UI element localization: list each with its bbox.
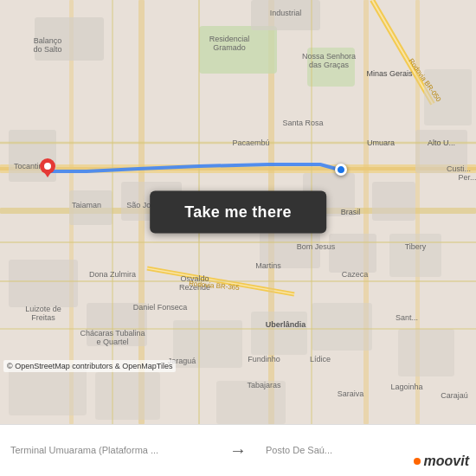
- svg-text:Brasil: Brasil: [341, 208, 361, 216]
- moovit-logo: moovit: [414, 453, 469, 469]
- origin-label: Terminal Umuarama (Plataforma ...: [10, 445, 210, 456]
- svg-rect-29: [312, 303, 372, 351]
- svg-text:Chácaras Tubalina: Chácaras Tubalina: [80, 329, 145, 338]
- svg-marker-87: [42, 170, 53, 177]
- take-me-there-button[interactable]: Take me there: [150, 191, 326, 234]
- svg-rect-10: [363, 0, 369, 424]
- svg-text:Alto U...: Alto U...: [428, 138, 455, 147]
- svg-text:Martins: Martins: [255, 261, 281, 270]
- svg-rect-24: [389, 234, 441, 277]
- svg-rect-28: [251, 312, 307, 355]
- arrow-separator: →: [221, 441, 255, 460]
- svg-text:Tabajaras: Tabajaras: [247, 381, 281, 389]
- map-area: Balanço do Salto Industrial Residencial …: [0, 0, 476, 424]
- svg-text:Fundinho: Fundinho: [248, 355, 280, 363]
- svg-text:do Salto: do Salto: [33, 45, 61, 54]
- right-arrow-icon: →: [229, 441, 247, 460]
- moovit-dot-icon: [414, 458, 421, 465]
- svg-text:Pacaembú: Pacaembú: [232, 138, 269, 147]
- app-container: Balanço do Salto Industrial Residencial …: [0, 0, 476, 476]
- svg-text:Bom Jesus: Bom Jesus: [297, 242, 336, 251]
- svg-rect-23: [329, 234, 376, 273]
- svg-text:Custi...: Custi...: [447, 164, 471, 173]
- svg-text:Sant...: Sant...: [396, 313, 418, 322]
- svg-text:das Graças: das Graças: [309, 61, 350, 69]
- origin-location: Terminal Umuarama (Plataforma ...: [0, 445, 221, 456]
- svg-text:Luizote de: Luizote de: [25, 305, 61, 313]
- svg-text:Minas Gerais: Minas Gerais: [366, 69, 413, 78]
- svg-text:Umuara: Umuara: [367, 138, 395, 147]
- svg-text:Saraiva: Saraiva: [338, 389, 364, 398]
- svg-rect-32: [95, 372, 160, 420]
- svg-text:Nossa Senhora: Nossa Senhora: [302, 52, 356, 61]
- bottom-bar: Terminal Umuarama (Plataforma ... → Post…: [0, 424, 476, 476]
- svg-text:Tibery: Tibery: [405, 242, 427, 251]
- svg-text:Lagoinha: Lagoinha: [390, 383, 422, 391]
- svg-text:Gramado: Gramado: [213, 43, 246, 52]
- svg-text:Per...: Per...: [458, 173, 476, 182]
- svg-point-88: [44, 163, 51, 170]
- svg-text:Lídice: Lídice: [310, 355, 331, 363]
- destination-dot: [335, 164, 347, 176]
- svg-text:Dona Zulmira: Dona Zulmira: [89, 270, 136, 279]
- svg-text:Cazeca: Cazeca: [342, 270, 369, 279]
- moovit-wordmark: moovit: [424, 453, 469, 469]
- origin-pin: [40, 158, 55, 177]
- svg-text:Residencial: Residencial: [209, 35, 250, 43]
- svg-text:Daniel Fonseca: Daniel Fonseca: [133, 303, 188, 312]
- svg-text:Industrial: Industrial: [270, 9, 302, 17]
- svg-text:Freitas: Freitas: [31, 313, 55, 322]
- svg-rect-35: [424, 69, 472, 125]
- svg-text:Taiaman: Taiaman: [72, 201, 101, 209]
- svg-text:Carajaú: Carajaú: [441, 391, 468, 400]
- map-attribution: © OpenStreetMap contributors & OpenMapTi…: [3, 360, 176, 372]
- svg-text:Santa Rosa: Santa Rosa: [282, 119, 323, 127]
- svg-text:Balanço: Balanço: [34, 36, 62, 45]
- svg-text:Uberlândia: Uberlândia: [266, 320, 307, 329]
- svg-rect-30: [398, 329, 454, 376]
- svg-text:e Quartel: e Quartel: [96, 338, 128, 346]
- svg-rect-21: [372, 182, 415, 221]
- svg-rect-25: [9, 260, 78, 307]
